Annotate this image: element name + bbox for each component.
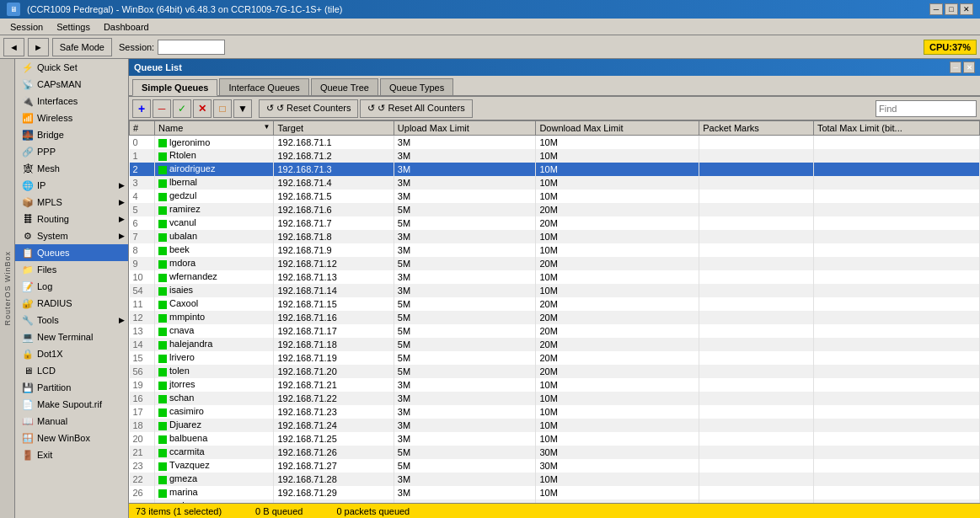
table-row[interactable]: 16 schan 192.168.71.22 3M 10M: [130, 392, 980, 405]
sidebar-item-manual[interactable]: 📖 Manual: [15, 413, 128, 430]
session-input[interactable]: [158, 40, 225, 55]
table-row[interactable]: 6 vcanul 192.168.71.7 5M 20M: [130, 216, 980, 230]
tab-simple-queues[interactable]: Simple Queues: [132, 79, 217, 96]
table-row[interactable]: 21 ccarmita 192.168.71.26 5M 30M: [130, 446, 980, 459]
comment-button[interactable]: □: [213, 99, 232, 118]
sidebar-label-tools: Tools: [37, 315, 59, 325]
sidebar-item-files[interactable]: 📁 Files: [15, 261, 128, 278]
sidebar-item-capsman[interactable]: 📡 CAPsMAN: [15, 76, 128, 93]
col-num[interactable]: #: [130, 121, 155, 136]
tab-queue-types[interactable]: Queue Types: [380, 78, 453, 95]
lcd-icon: 🖥: [22, 365, 34, 376]
queue-window-title: Queue List: [134, 62, 182, 72]
sidebar-item-log[interactable]: 📝 Log: [15, 278, 128, 295]
sidebar-item-radius[interactable]: 🔐 RADIUS: [15, 295, 128, 312]
cell-download: 10M: [536, 284, 699, 297]
tab-queue-tree[interactable]: Queue Tree: [311, 78, 378, 95]
table-row[interactable]: 56 tolen 192.168.71.20 5M 20M: [130, 365, 980, 378]
minimize-button[interactable]: ─: [929, 3, 943, 15]
table-row[interactable]: 2 airodriguez 192.168.71.3 3M 10M: [130, 163, 980, 176]
table-row[interactable]: 14 halejandra 192.168.71.18 5M 20M: [130, 338, 980, 351]
restore-button[interactable]: □: [945, 3, 958, 15]
sidebar-item-ip[interactable]: 🌐 IP ▶: [15, 177, 128, 194]
sidebar-item-exit[interactable]: 🚪 Exit: [15, 446, 128, 463]
cell-name: ubalan: [155, 230, 274, 243]
table-row[interactable]: 12 mmpinto 192.168.71.16 5M 20M: [130, 311, 980, 324]
tab-interface-queues[interactable]: Interface Queues: [219, 78, 308, 95]
table-row[interactable]: 4 gedzul 192.168.71.5 3M 10M: [130, 190, 980, 203]
sidebar-item-new-winbox[interactable]: 🪟 New WinBox: [15, 430, 128, 446]
col-target[interactable]: Target: [274, 121, 394, 136]
sidebar-item-system[interactable]: ⚙ System ▶: [15, 227, 128, 244]
table-row[interactable]: 20 balbuena 192.168.71.25 3M 10M: [130, 432, 980, 446]
queue-minimize-button[interactable]: ─: [950, 61, 961, 73]
table-row[interactable]: 5 ramirez 192.168.71.6 5M 20M: [130, 203, 980, 216]
table-row[interactable]: 3 lbernal 192.168.71.4 3M 10M: [130, 176, 980, 190]
col-total[interactable]: Total Max Limit (bit...: [813, 121, 979, 136]
reset-all-counters-button[interactable]: ↺ ↺ Reset All Counters: [360, 99, 472, 118]
sidebar-item-mpls[interactable]: 📦 MPLS ▶: [15, 194, 128, 211]
disable-button[interactable]: ✕: [193, 99, 212, 118]
col-download[interactable]: Download Max Limit: [536, 121, 699, 136]
cell-upload: 3M: [394, 486, 536, 499]
cell-num: 5: [130, 203, 155, 216]
queue-close-button[interactable]: ✕: [963, 61, 975, 73]
sidebar-item-lcd[interactable]: 🖥 LCD: [15, 362, 128, 379]
table-row[interactable]: 10 wfernandez 192.168.71.13 3M 10M: [130, 270, 980, 284]
sidebar-item-ppp[interactable]: 🔗 PPP: [15, 143, 128, 160]
close-button[interactable]: ✕: [960, 3, 973, 15]
cell-download: 20M: [536, 365, 699, 378]
table-row[interactable]: 8 beek 192.168.71.9 3M 10M: [130, 243, 980, 257]
enable-button[interactable]: ✓: [173, 99, 191, 118]
sidebar-item-quick-set[interactable]: ⚡ Quick Set: [15, 59, 128, 76]
sidebar-item-dot1x[interactable]: 🔒 Dot1X: [15, 345, 128, 362]
table-row[interactable]: 9 mdora 192.168.71.12 5M 20M: [130, 257, 980, 270]
sidebar-item-routing[interactable]: 🛤 Routing ▶: [15, 211, 128, 227]
cell-target: 192.168.71.14: [274, 284, 394, 297]
sidebar-item-make-supout[interactable]: 📄 Make Supout.rif: [15, 396, 128, 413]
cell-download: 10M: [536, 163, 699, 176]
cell-marks: [699, 190, 814, 203]
sidebar-item-interfaces[interactable]: 🔌 Interfaces: [15, 93, 128, 109]
forward-button[interactable]: ►: [28, 38, 49, 56]
cell-name: beek: [155, 243, 274, 257]
table-row[interactable]: 22 gmeza 192.168.71.28 3M 10M: [130, 473, 980, 486]
sidebar-item-bridge[interactable]: 🌉 Bridge: [15, 126, 128, 143]
table-row[interactable]: 17 casimiro 192.168.71.23 3M 10M: [130, 405, 980, 419]
table-row[interactable]: 13 cnava 192.168.71.17 5M 20M: [130, 324, 980, 338]
table-container[interactable]: # Name ▼ Target Upload Max Limit Downloa…: [129, 120, 980, 503]
sidebar-item-new-terminal[interactable]: 💻 New Terminal: [15, 328, 128, 345]
sidebar-item-tools[interactable]: 🔧 Tools ▶: [15, 312, 128, 328]
table-row[interactable]: 0 lgeronimo 192.168.71.1 3M 10M: [130, 136, 980, 149]
filter-button[interactable]: ▼: [233, 99, 252, 118]
safe-mode-button[interactable]: Safe Mode: [52, 38, 112, 56]
table-row[interactable]: 54 isaies 192.168.71.14 3M 10M: [130, 284, 980, 297]
menu-settings[interactable]: Settings: [50, 20, 97, 34]
table-row[interactable]: 1 Rtolen 192.168.71.2 3M 10M: [130, 149, 980, 163]
menu-dashboard[interactable]: Dashboard: [97, 20, 156, 34]
col-marks[interactable]: Packet Marks: [699, 121, 814, 136]
table-row[interactable]: 11 Caxool 192.168.71.15 5M 20M: [130, 297, 980, 311]
table-row[interactable]: 26 marina 192.168.71.29 3M 10M: [130, 486, 980, 499]
remove-button[interactable]: ─: [153, 99, 171, 118]
sidebar-item-queues[interactable]: 📋 Queues: [15, 244, 128, 261]
back-button[interactable]: ◄: [3, 38, 24, 56]
add-button[interactable]: +: [132, 99, 151, 118]
sidebar-label-capsman: CAPsMAN: [37, 79, 82, 89]
col-name[interactable]: Name ▼: [155, 121, 274, 136]
reset-counters-button[interactable]: ↺ ↺ Reset Counters: [259, 99, 358, 118]
sidebar-item-mesh[interactable]: 🕸 Mesh: [15, 160, 128, 177]
col-upload[interactable]: Upload Max Limit: [394, 121, 536, 136]
menu-session[interactable]: Session: [3, 20, 50, 34]
table-row[interactable]: 23 Tvazquez 192.168.71.27 5M 30M: [130, 459, 980, 473]
table-row[interactable]: 18 Djuarez 192.168.71.24 3M 10M: [130, 419, 980, 432]
sidebar-item-partition[interactable]: 💾 Partition: [15, 379, 128, 396]
table-row[interactable]: 15 lrivero 192.168.71.19 5M 20M: [130, 351, 980, 365]
table-row[interactable]: 7 ubalan 192.168.71.8 3M 10M: [130, 230, 980, 243]
find-input[interactable]: [876, 100, 977, 117]
cell-num: 22: [130, 473, 155, 486]
cell-num: 13: [130, 324, 155, 338]
table-row[interactable]: 19 jtorres 192.168.71.21 3M 10M: [130, 378, 980, 392]
packets-status: 0 packets queued: [336, 506, 410, 516]
sidebar-item-wireless[interactable]: 📶 Wireless: [15, 109, 128, 126]
